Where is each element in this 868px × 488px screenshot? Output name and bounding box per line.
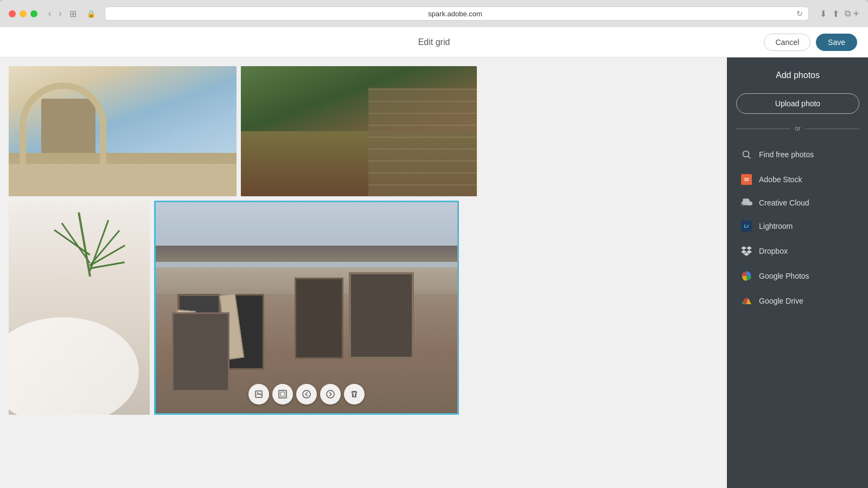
header-actions: Cancel Save [764,34,857,51]
address-security-icon: 🔒 [87,10,95,18]
upload-photo-button[interactable]: Upload photo [736,93,859,114]
edit-image-button[interactable] [272,384,293,404]
prev-image-button[interactable] [296,384,317,404]
svg-point-5 [327,390,334,398]
replace-image-button[interactable] [248,384,269,404]
lightroom-icon: Lr [741,220,752,232]
cancel-button[interactable]: Cancel [764,34,810,51]
source-label-lightroom: Lightroom [759,222,793,230]
divider-line-left [736,129,790,129]
creative-cloud-icon [741,198,752,207]
forward-button[interactable]: › [56,8,63,20]
source-label-creative-cloud: Creative Cloud [759,198,809,207]
grid-cell-building[interactable] [154,201,459,415]
window-layout-button[interactable]: ⊞ [69,9,76,19]
minimize-traffic-light[interactable] [20,10,27,17]
svg-point-1 [257,393,258,394]
dropbox-icon [741,245,752,257]
download-icon[interactable]: ⬇ [820,9,827,19]
google-photos-icon [741,270,752,282]
main-content: Add photos Upload photo or Find free [0,57,868,488]
google-drive-icon [741,295,752,307]
source-item-dropbox[interactable]: Dropbox [736,240,859,262]
source-item-find-free-photos[interactable]: Find free photos [736,143,859,166]
source-label-dropbox: Dropbox [759,247,788,255]
grid-cell-palm[interactable] [9,201,150,415]
divider: or [736,125,859,132]
back-button[interactable]: ‹ [46,8,53,20]
svg-rect-2 [279,390,286,398]
photo-grid-area [0,57,727,488]
app-container: Edit grid Cancel Save [0,27,868,488]
source-list: Find free photos St Adobe Stock [736,143,859,312]
close-traffic-light[interactable] [9,10,16,17]
address-bar-container: ↻ [105,7,809,21]
browser-titlebar: ‹ › ⊞ 🔒 ↻ ⬇ ⬆ ⧉ + [0,0,868,27]
source-item-creative-cloud[interactable]: Creative Cloud [736,193,859,213]
source-label-google-photos: Google Photos [759,272,809,280]
next-image-button[interactable] [320,384,341,404]
adobe-stock-icon: St [741,174,752,185]
tabs-icon[interactable]: ⧉ [845,9,851,19]
source-label-adobe-stock: Adobe Stock [759,175,802,184]
right-panel: Add photos Upload photo or Find free [727,57,868,488]
search-icon [741,149,752,160]
maximize-traffic-light[interactable] [30,10,37,17]
svg-point-4 [303,390,310,398]
browser-nav-buttons: ‹ › [46,8,64,20]
source-item-lightroom[interactable]: Lr Lightroom [736,215,859,237]
traffic-lights [9,10,37,17]
save-button[interactable]: Save [816,34,857,51]
source-item-google-photos[interactable]: Google Photos [736,265,859,287]
panel-title: Add photos [736,70,859,80]
divider-text: or [795,125,801,132]
divider-line-right [805,129,859,129]
grid-cell-arch[interactable] [9,66,237,196]
share-icon[interactable]: ⬆ [832,9,839,19]
new-tab-button[interactable]: + [853,8,859,20]
grid-cell-stairs[interactable] [241,66,477,196]
delete-image-button[interactable] [344,384,365,404]
source-item-adobe-stock[interactable]: St Adobe Stock [736,168,859,191]
page-title: Edit grid [418,37,450,47]
address-bar-refresh-icon[interactable]: ↻ [796,9,803,18]
image-toolbar [248,384,365,404]
svg-point-6 [743,151,749,157]
app-header: Edit grid Cancel Save [0,27,868,57]
source-label-google-drive: Google Drive [759,297,803,305]
svg-rect-3 [280,392,285,396]
source-label-find-free-photos: Find free photos [759,150,814,159]
source-item-google-drive[interactable]: Google Drive [736,290,859,312]
browser-actions: ⬇ ⬆ ⧉ [820,9,851,19]
grid-row-1 [9,66,718,196]
address-bar-input[interactable] [114,10,797,18]
grid-row-2 [9,201,718,415]
browser-chrome: ‹ › ⊞ 🔒 ↻ ⬇ ⬆ ⧉ + [0,0,868,27]
